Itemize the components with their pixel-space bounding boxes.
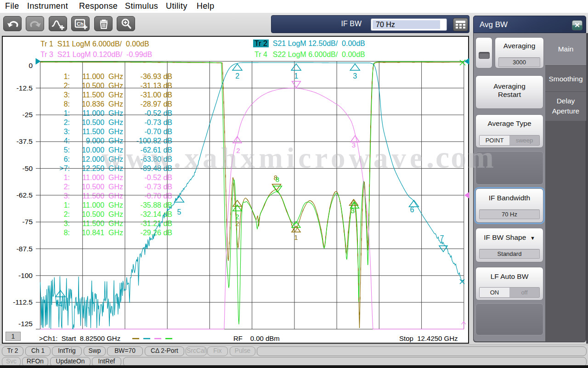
svg-text:Ch: Ch bbox=[77, 21, 84, 27]
